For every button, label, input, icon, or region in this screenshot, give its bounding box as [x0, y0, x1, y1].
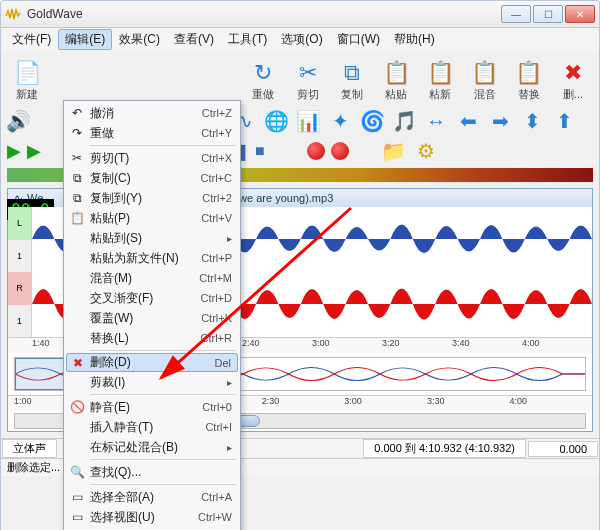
redo-small-icon: ↷	[68, 126, 86, 140]
select-view-icon: ▭	[68, 510, 86, 524]
globe-icon[interactable]: 🌐	[263, 108, 289, 134]
undo-icon: ↶	[68, 106, 86, 120]
double-arrow-icon[interactable]: ↔	[423, 108, 449, 134]
stop-button[interactable]: ■	[255, 142, 265, 160]
channel-r-label: R	[8, 272, 31, 305]
minimize-button[interactable]: —	[501, 5, 531, 23]
copyto-icon: ⧉	[68, 191, 86, 205]
menu-xfade[interactable]: 交叉渐变(F)Ctrl+D	[66, 288, 238, 308]
menu-file[interactable]: 文件(F)	[5, 29, 58, 50]
footer-text: 删除选定...	[7, 460, 60, 475]
menu-copy[interactable]: ⧉复制(C)Ctrl+C	[66, 168, 238, 188]
menu-window[interactable]: 窗口(W)	[330, 29, 387, 50]
main-toolbar: 📄新建 ↻重做 ✂剪切 ⧉复制 📋粘贴 📋粘新 📋混音 📋替换 ✖删...	[1, 50, 599, 106]
menu-pastenew[interactable]: 粘贴为新文件(N)Ctrl+P	[66, 248, 238, 268]
titlebar: GoldWave — ☐ ✕	[0, 0, 600, 28]
app-title: GoldWave	[27, 7, 501, 21]
redo-icon: ↻	[254, 59, 272, 87]
search-icon: 🔍	[68, 465, 86, 479]
status-position: 0.000	[528, 441, 598, 457]
menu-pasteto[interactable]: 粘贴到(S)▸	[66, 228, 238, 248]
arrow-updown-icon[interactable]: ⬍	[519, 108, 545, 134]
paste-small-icon: 📋	[68, 211, 86, 225]
content-area: 📄新建 ↻重做 ✂剪切 ⧉复制 📋粘贴 📋粘新 📋混音 📋替换 ✖删... 🔊 …	[0, 50, 600, 530]
arrow-right-icon[interactable]: ➡	[487, 108, 513, 134]
speaker-left-icon[interactable]: 🔊	[5, 108, 31, 134]
mix-button[interactable]: 📋混音	[462, 54, 506, 106]
menu-trim[interactable]: 剪裁(I)▸	[66, 372, 238, 392]
goldwave-logo-icon	[5, 6, 21, 22]
submenu-arrow-icon: ▸	[227, 377, 232, 388]
clipboard-new-icon: 📋	[427, 59, 454, 87]
status-stereo: 立体声	[2, 439, 57, 458]
select-all-icon: ▭	[68, 490, 86, 504]
cut-button[interactable]: ✂剪切	[286, 54, 330, 106]
menu-effect[interactable]: 效果(C)	[112, 29, 167, 50]
menu-copyto[interactable]: ⧉复制到(Y)Ctrl+2	[66, 188, 238, 208]
menu-cut[interactable]: ✂剪切(T)Ctrl+X	[66, 148, 238, 168]
menu-select-all[interactable]: ▭选择全部(A)Ctrl+A	[66, 487, 238, 507]
menu-overwrite[interactable]: 覆盖(W)Ctrl+K	[66, 308, 238, 328]
menu-mix-at-mark[interactable]: 在标记处混合(B)▸	[66, 437, 238, 457]
clipboard-replace-icon: 📋	[515, 59, 542, 87]
arrow-up-icon[interactable]: ⬆	[551, 108, 577, 134]
menu-view[interactable]: 查看(V)	[167, 29, 221, 50]
copy-button[interactable]: ⧉复制	[330, 54, 374, 106]
menu-help[interactable]: 帮助(H)	[387, 29, 442, 50]
mute-icon: 🚫	[68, 400, 86, 414]
channel-1-label: 1	[8, 240, 31, 273]
paste-new-button[interactable]: 📋粘新	[418, 54, 462, 106]
copy-small-icon: ⧉	[68, 171, 86, 185]
menu-paste[interactable]: 📋粘贴(P)Ctrl+V	[66, 208, 238, 228]
menu-options[interactable]: 选项(O)	[274, 29, 329, 50]
scissors-icon: ✂	[299, 59, 317, 87]
redo-button[interactable]: ↻重做	[241, 54, 285, 106]
clipboard-icon: 📋	[383, 59, 410, 87]
status-range: 0.000 到 4:10.932 (4:10.932)	[363, 439, 526, 458]
play-button[interactable]: ▶	[7, 140, 21, 162]
play-button-2[interactable]: ▶	[27, 140, 41, 162]
edit-menu-dropdown: ↶撤消Ctrl+Z ↷重做Ctrl+Y ✂剪切(T)Ctrl+X ⧉复制(C)C…	[63, 100, 241, 530]
folder-icon[interactable]: 📁	[381, 138, 407, 164]
delete-small-icon: ✖	[69, 356, 87, 370]
new-button[interactable]: 📄新建	[5, 54, 49, 106]
menu-undo[interactable]: ↶撤消Ctrl+Z	[66, 103, 238, 123]
menu-delete[interactable]: ✖删除(D)Del	[66, 353, 238, 372]
spiral-icon[interactable]: 🌀	[359, 108, 385, 134]
menu-redo[interactable]: ↷重做Ctrl+Y	[66, 123, 238, 143]
delete-button[interactable]: ✖删...	[551, 54, 595, 106]
menu-select-view[interactable]: ▭选择视图(U)Ctrl+W	[66, 507, 238, 527]
menu-replace[interactable]: 替换(L)Ctrl+R	[66, 328, 238, 348]
bars-icon[interactable]: 📊	[295, 108, 321, 134]
new-file-icon: 📄	[14, 59, 41, 87]
sparkle-icon[interactable]: ✦	[327, 108, 353, 134]
menu-insert-silence[interactable]: 插入静音(T)Ctrl+I	[66, 417, 238, 437]
submenu-arrow-icon: ▸	[227, 442, 232, 453]
replace-button[interactable]: 📋替换	[507, 54, 551, 106]
arrow-left-icon[interactable]: ⬅	[455, 108, 481, 134]
channel-l-label: L	[8, 207, 31, 240]
clipboard-mix-icon: 📋	[471, 59, 498, 87]
menu-mix[interactable]: 混音(M)Ctrl+M	[66, 268, 238, 288]
paste-button[interactable]: 📋粘贴	[374, 54, 418, 106]
record-button-2[interactable]	[331, 142, 349, 160]
close-button[interactable]: ✕	[565, 5, 595, 23]
copy-icon: ⧉	[344, 59, 360, 87]
channel-labels: L 1 R 1	[8, 207, 32, 337]
menu-edit[interactable]: 编辑(E)	[58, 29, 112, 50]
menu-mute[interactable]: 🚫静音(E)Ctrl+0	[66, 397, 238, 417]
menu-tools[interactable]: 工具(T)	[221, 29, 274, 50]
maximize-button[interactable]: ☐	[533, 5, 563, 23]
music-note-icon[interactable]: 🎵	[391, 108, 417, 134]
submenu-arrow-icon: ▸	[227, 233, 232, 244]
gear-icon[interactable]: ⚙	[413, 138, 439, 164]
record-button[interactable]	[307, 142, 325, 160]
menu-find[interactable]: 🔍查找(Q)...	[66, 462, 238, 482]
menubar: 文件(F) 编辑(E) 效果(C) 查看(V) 工具(T) 选项(O) 窗口(W…	[0, 28, 600, 50]
channel-1-label-2: 1	[8, 305, 31, 338]
delete-x-icon: ✖	[564, 59, 582, 87]
scissors-small-icon: ✂	[68, 151, 86, 165]
